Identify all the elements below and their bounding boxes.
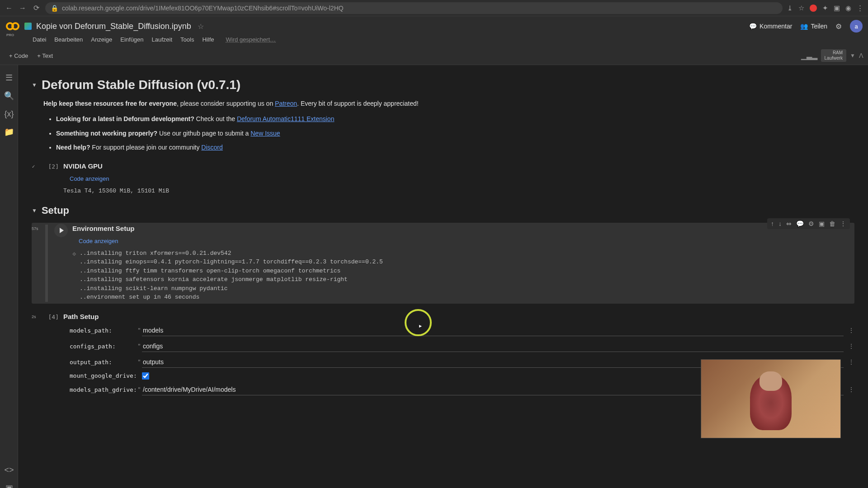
move-up-icon[interactable]: ↑	[771, 220, 774, 227]
variables-icon[interactable]: {x}	[0, 105, 18, 123]
field-more-icon[interactable]: ⋮	[848, 343, 854, 350]
exec-time: 57s	[32, 225, 41, 231]
favorite-icon[interactable]: ☆	[198, 22, 204, 31]
gpu-cell: ✓ [2] NVIDIA GPU Code anzeigen Tesla T4,…	[32, 162, 854, 196]
cell-output: Tesla T4, 15360 MiB, 15101 MiB	[63, 187, 854, 196]
sidebar: ☰ 🔍 {x} 📁 <> ▣	[0, 65, 18, 488]
field-label: models_path:	[70, 327, 137, 334]
menu-insert[interactable]: Einfügen	[120, 36, 143, 43]
code-toggle[interactable]: Code anzeigen	[79, 238, 118, 244]
terminal-icon[interactable]: ▣	[0, 479, 18, 488]
patreon-link[interactable]: Patreon	[275, 100, 297, 107]
cell-toolbar: ↑ ↓ ⇔ 💬 ⚙ ▣ 🗑 ⋮	[767, 218, 850, 229]
more-icon[interactable]: ⋮	[840, 220, 846, 227]
lock-icon: 🔒	[51, 5, 58, 12]
field-more-icon[interactable]: ⋮	[848, 327, 854, 334]
delete-icon[interactable]: 🗑	[829, 220, 835, 227]
reload-icon[interactable]: ⟳	[32, 4, 41, 12]
extension-icon[interactable]	[810, 5, 817, 12]
url-bar[interactable]: 🔒 colab.research.google.com/drive/1IMefe…	[45, 2, 783, 14]
extensions-icon[interactable]: ✦	[822, 4, 828, 12]
field-more-icon[interactable]: ⋮	[848, 358, 854, 366]
save-status: Wird gespeichert…	[226, 36, 276, 43]
menu-icon[interactable]: ⋮	[857, 4, 863, 12]
toc-icon[interactable]: ☰	[0, 69, 18, 87]
menu-view[interactable]: Anzeige	[91, 36, 112, 43]
back-icon[interactable]: ←	[5, 4, 14, 12]
discord-link[interactable]: Discord	[201, 144, 222, 151]
add-text-button[interactable]: + Text	[33, 51, 57, 61]
env-setup-cell[interactable]: ↑ ↓ ⇔ 💬 ⚙ ▣ 🗑 ⋮ 57s Environment Setup Co…	[32, 223, 854, 304]
link-icon[interactable]: ⇔	[786, 220, 792, 227]
new-issue-link[interactable]: New Issue	[250, 130, 280, 137]
panel-icon[interactable]: ▣	[834, 4, 840, 12]
field-label: models_path_gdrive:	[70, 386, 137, 393]
runtime-dropdown[interactable]: ▼	[850, 52, 855, 59]
share-button[interactable]: 👥Teilen	[800, 23, 827, 30]
cell-output: ..installing triton xformers==0.0.21.dev…	[80, 249, 383, 302]
exec-count: [4]	[45, 313, 59, 320]
section-collapse[interactable]: ▼	[32, 82, 37, 88]
forward-icon[interactable]: →	[18, 4, 27, 12]
notebook-title[interactable]: Kopie von Deforum_Stable_Diffusion.ipynb	[36, 22, 191, 31]
comment-icon: 💬	[749, 23, 757, 30]
install-icon[interactable]: ⤓	[787, 4, 793, 12]
webcam-overlay	[701, 359, 841, 438]
url-text: colab.research.google.com/drive/1IMefex8…	[62, 5, 344, 12]
exec-time: 2s	[32, 313, 41, 319]
comment-cell-icon[interactable]: 💬	[796, 220, 804, 227]
pro-label: PRO	[6, 33, 14, 37]
menu-help[interactable]: Hilfe	[202, 36, 214, 43]
intro-text: Help keep these resources free for every…	[43, 99, 854, 153]
configs-path-row: configs_path: " ⋮	[70, 341, 854, 352]
section-collapse[interactable]: ▼	[32, 207, 37, 214]
browser-chrome: ← → ⟳ 🔒 colab.research.google.com/drive/…	[0, 0, 868, 16]
files-icon[interactable]: 📁	[0, 123, 18, 141]
star-icon[interactable]: ☆	[798, 4, 804, 12]
models-path-row: models_path: " ⋮	[70, 325, 854, 336]
menu-file[interactable]: Datei	[33, 36, 46, 43]
menu-runtime[interactable]: Laufzeit	[152, 36, 173, 43]
page-title: Deforum Stable Diffusion (v0.7.1)	[42, 78, 241, 92]
notebook-icon	[24, 23, 32, 30]
field-label: mount_google_drive:	[70, 372, 137, 379]
exec-count: [2]	[45, 162, 59, 170]
mount-drive-checkbox[interactable]	[142, 372, 149, 380]
cell-title: Environment Setup	[72, 225, 854, 232]
run-cell-button[interactable]	[54, 224, 68, 237]
code-toggle[interactable]: Code anzeigen	[70, 175, 109, 182]
mirror-icon[interactable]: ▣	[819, 220, 825, 227]
settings-icon[interactable]: ⚙	[835, 22, 842, 31]
output-expand-icon[interactable]: ⟐	[72, 250, 76, 302]
colab-logo[interactable]: PRO	[5, 19, 20, 33]
avatar[interactable]: a	[850, 20, 863, 33]
cell-title: NVIDIA GPU	[63, 162, 854, 170]
collapse-icon[interactable]: ᐱ	[859, 52, 863, 59]
profile-icon[interactable]: ◉	[845, 4, 851, 12]
models-path-input[interactable]	[142, 325, 844, 336]
toolbar: + Code + Text ▁▃▂ RAM Laufwerk ▼ ᐱ	[0, 47, 868, 65]
exec-done-icon: ✓	[32, 162, 41, 169]
search-icon[interactable]: 🔍	[0, 87, 18, 105]
field-label: output_path:	[70, 359, 137, 366]
share-icon: 👥	[800, 23, 808, 30]
resource-chart-icon[interactable]: ▁▃▂	[801, 52, 817, 60]
field-label: configs_path:	[70, 343, 137, 350]
menu-bar: Datei Bearbeiten Anzeige Einfügen Laufze…	[5, 33, 863, 47]
settings-cell-icon[interactable]: ⚙	[808, 220, 814, 227]
cell-title: Path Setup	[63, 313, 854, 320]
setup-heading: Setup	[42, 205, 69, 216]
code-snippets-icon[interactable]: <>	[0, 461, 18, 479]
menu-edit[interactable]: Bearbeiten	[54, 36, 83, 43]
field-more-icon[interactable]: ⋮	[848, 386, 854, 393]
configs-path-input[interactable]	[142, 341, 844, 352]
resource-indicator[interactable]: RAM Laufwerk	[821, 49, 847, 62]
colab-header: PRO Kopie von Deforum_Stable_Diffusion.i…	[0, 16, 868, 47]
add-code-button[interactable]: + Code	[5, 51, 33, 61]
extension-link[interactable]: Deforum Automatic1111 Extension	[237, 115, 335, 122]
menu-tools[interactable]: Tools	[180, 36, 194, 43]
move-down-icon[interactable]: ↓	[778, 220, 782, 227]
comment-button[interactable]: 💬Kommentar	[749, 23, 792, 30]
